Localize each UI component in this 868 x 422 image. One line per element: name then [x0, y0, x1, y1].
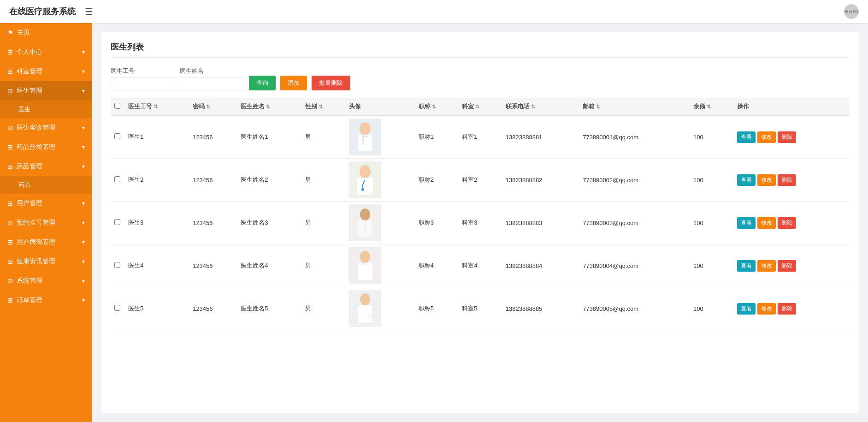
sidebar-item-doctor-mgmt[interactable]: ⊞ 医生管理 ▾: [0, 81, 92, 101]
cell-password: 123456: [189, 287, 237, 330]
sidebar-item-drug-mgmt[interactable]: ⊞ 药品管理 ▾: [0, 157, 92, 176]
sidebar-item-user-mgmt[interactable]: ⊞ 用户管理 ▾: [0, 194, 92, 213]
grid-icon-patient: ⊞: [7, 238, 13, 246]
doctor-avatar-4: [349, 290, 381, 327]
sidebar-item-appointment[interactable]: ⊞ 预约挂号管理 ▾: [0, 213, 92, 232]
edit-button-4[interactable]: 修改: [757, 303, 776, 315]
doctor-avatar-1: [349, 161, 381, 198]
sidebar-item-dept-label: 科室管理: [17, 67, 42, 76]
sidebar-item-drug-label: 药品管理: [17, 162, 42, 171]
view-button-2[interactable]: 查看: [737, 217, 756, 229]
header-checkbox-cell: [111, 98, 124, 116]
cell-doctor-id: 医生5: [124, 287, 189, 330]
col-avatar: 头像: [345, 98, 415, 116]
home-icon: ⚑: [7, 29, 13, 36]
grid-icon-drugcat: ⊞: [7, 143, 13, 151]
delete-button-0[interactable]: 删除: [778, 131, 796, 143]
row-checkbox-4[interactable]: [114, 305, 120, 311]
table-body: 医生1 123456 医生姓名1 男 职称1 科室1 13823888881 7…: [111, 116, 850, 330]
delete-button-2[interactable]: 删除: [778, 217, 796, 229]
grid-icon-health: ⊞: [7, 258, 13, 265]
cell-email: 773890001@qq.com: [579, 116, 690, 159]
sidebar-item-schedule[interactable]: ⊞ 医生坐诊管理 ▾: [0, 118, 92, 137]
sidebar-item-department[interactable]: ⊞ 科室管理 ▾: [0, 62, 92, 81]
cell-action: 查看 修改 删除: [733, 202, 850, 244]
edit-button-2[interactable]: 修改: [757, 217, 776, 229]
menu-toggle-button[interactable]: ☰: [85, 6, 93, 17]
sidebar-subitem-doctor[interactable]: 医生: [0, 101, 92, 118]
col-action: 操作: [733, 98, 850, 116]
action-buttons-2: 查看 修改 删除: [737, 217, 846, 229]
doctor-id-input[interactable]: [111, 77, 175, 90]
batch-delete-button[interactable]: 批量删除: [312, 76, 350, 90]
add-button[interactable]: 添加: [280, 76, 307, 90]
cell-gender: 男: [301, 244, 345, 287]
sort-icon-pwd: ⇅: [206, 104, 210, 109]
sidebar-item-personal-label: 个人中心: [17, 48, 42, 56]
row-checkbox-2[interactable]: [114, 219, 120, 225]
table-row: 医生5 123456 医生姓名5 男 职称5 科室5 13823888885 7…: [111, 287, 850, 330]
cell-gender: 男: [301, 287, 345, 330]
sort-icon-title: ⇅: [432, 104, 436, 109]
avatar[interactable]: 80x80: [844, 4, 859, 19]
cell-doctor-id: 医生1: [124, 116, 189, 159]
table-header-row: 医生工号⇅ 密码⇅ 医生姓名⇅ 性别⇅ 头像 职称⇅ 科室⇅ 联系电话⇅ 邮箱⇅…: [111, 98, 850, 116]
sort-icon-phone: ⇅: [531, 104, 535, 109]
grid-icon-personal: ⊞: [7, 48, 13, 56]
row-checkbox-0[interactable]: [114, 133, 120, 139]
doctor-name-input[interactable]: [180, 77, 244, 90]
view-button-1[interactable]: 查看: [737, 174, 756, 186]
cell-avatar: [345, 202, 415, 244]
edit-button-1[interactable]: 修改: [757, 174, 776, 186]
cell-balance: 100: [690, 202, 733, 244]
action-buttons-4: 查看 修改 删除: [737, 303, 846, 315]
sidebar-item-order[interactable]: ⊞ 订单管理 ▾: [0, 291, 92, 310]
sidebar-item-home[interactable]: ⚑ 主页: [0, 23, 92, 42]
row-checkbox-3[interactable]: [114, 262, 120, 268]
sidebar-subitem-drug[interactable]: 药品: [0, 176, 92, 194]
sort-icon-gender: ⇅: [319, 104, 323, 109]
doctor-name-field: 医生姓名: [180, 67, 244, 90]
sidebar-item-personal[interactable]: ⊞ 个人中心 ▾: [0, 42, 92, 62]
cell-title: 职称2: [415, 159, 459, 202]
view-button-0[interactable]: 查看: [737, 131, 756, 143]
row-checkbox-cell: [111, 116, 124, 159]
edit-button-0[interactable]: 修改: [757, 131, 776, 143]
action-buttons-3: 查看 修改 删除: [737, 260, 846, 272]
row-checkbox-cell: [111, 287, 124, 330]
sidebar-subitem-drug-label: 药品: [18, 181, 30, 188]
cell-avatar: [345, 244, 415, 287]
sidebar-item-health-label: 健康资讯管理: [17, 257, 55, 266]
grid-icon-doctor: ⊞: [7, 87, 13, 95]
cell-phone: 13823888881: [502, 116, 579, 159]
cell-name: 医生姓名3: [237, 202, 301, 244]
sidebar-item-patient[interactable]: ⊞ 用户病例管理 ▾: [0, 232, 92, 252]
row-checkbox-1[interactable]: [114, 176, 120, 182]
sidebar-item-system[interactable]: ⊞ 系统管理 ▾: [0, 271, 92, 291]
cell-title: 职称5: [415, 287, 459, 330]
grid-icon-user: ⊞: [7, 200, 13, 207]
search-button[interactable]: 查询: [249, 76, 276, 90]
col-title: 职称⇅: [415, 98, 459, 116]
sidebar-item-health-news[interactable]: ⊞ 健康资讯管理 ▾: [0, 252, 92, 271]
cell-name: 医生姓名4: [237, 244, 301, 287]
chevron-down-icon-doctor: ▾: [82, 88, 85, 94]
col-phone: 联系电话⇅: [502, 98, 579, 116]
cell-gender: 男: [301, 159, 345, 202]
cell-balance: 100: [690, 116, 733, 159]
edit-button-3[interactable]: 修改: [757, 260, 776, 272]
sidebar-item-drug-category[interactable]: ⊞ 药品分类管理 ▾: [0, 137, 92, 157]
view-button-4[interactable]: 查看: [737, 303, 756, 315]
cell-password: 123456: [189, 159, 237, 202]
delete-button-4[interactable]: 删除: [778, 303, 796, 315]
cell-dept: 科室5: [458, 287, 502, 330]
table-row: 医生3 123456 医生姓名3 男 职称3 科室3 13823888883 7…: [111, 202, 850, 244]
delete-button-1[interactable]: 删除: [778, 174, 796, 186]
col-balance: 余额⇅: [690, 98, 733, 116]
cell-password: 123456: [189, 244, 237, 287]
cell-email: 773890003@qq.com: [579, 202, 690, 244]
delete-button-3[interactable]: 删除: [778, 260, 796, 272]
view-button-3[interactable]: 查看: [737, 260, 756, 272]
doctor-id-label: 医生工号: [111, 67, 175, 75]
select-all-checkbox[interactable]: [114, 103, 120, 109]
